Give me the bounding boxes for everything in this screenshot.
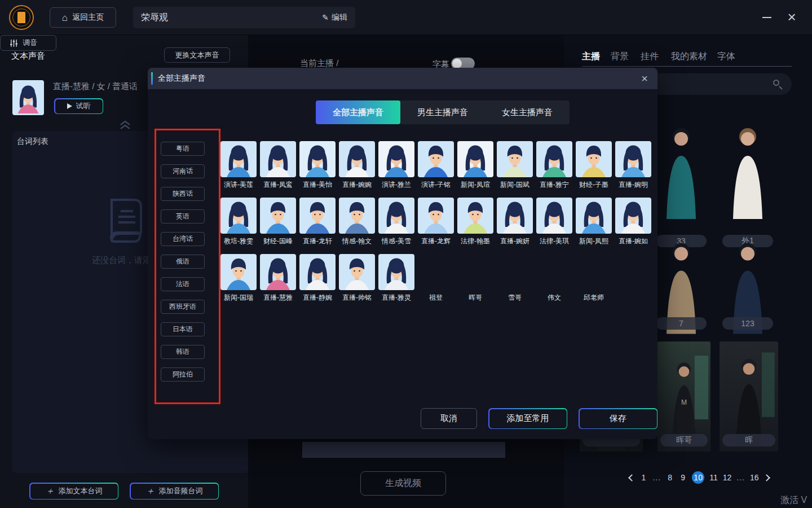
anchor-thumbnail[interactable] — [653, 123, 709, 219]
tab-female-voices[interactable]: 女生主播声音 — [485, 100, 570, 124]
voice-item[interactable]: 祖登 — [416, 254, 456, 310]
page-prev-icon[interactable] — [629, 474, 636, 481]
voice-item[interactable]: 演讲-美莲 — [219, 141, 258, 198]
anchor-thumbnail-label: 晖 — [722, 434, 775, 446]
add-audio-script-button[interactable]: ＋添加音频台词 — [130, 483, 219, 500]
language-filter-button[interactable]: 河南话 — [161, 164, 205, 178]
voice-item[interactable]: 情感-翰文 — [337, 198, 377, 254]
plus-icon: ＋ — [146, 487, 155, 496]
empty-script-icon — [102, 194, 147, 246]
language-filter-button[interactable]: 俄语 — [161, 255, 205, 269]
voice-item[interactable]: 晖哥 — [456, 254, 495, 310]
play-icon — [67, 103, 72, 109]
tab-anchor[interactable]: 主播 — [582, 51, 600, 63]
voice-item[interactable]: 直播-凤鸾 — [258, 141, 298, 198]
voice-item[interactable]: 直播-婉婉 — [337, 141, 377, 198]
voice-item[interactable]: 法律-美琪 — [535, 198, 574, 254]
voice-item[interactable]: 教培-雅雯 — [219, 198, 258, 254]
collapse-chevron-up-icon[interactable] — [118, 120, 132, 130]
tab-all-voices[interactable]: 全部主播声音 — [316, 100, 400, 124]
voice-item[interactable]: 邱老师 — [574, 254, 614, 310]
anchor-thumbnail[interactable] — [720, 123, 776, 219]
page-number[interactable]: 16 — [750, 471, 759, 484]
voice-name: 演讲-美莲 — [219, 180, 258, 190]
language-filter-button[interactable]: 阿拉伯 — [161, 367, 205, 382]
voice-item[interactable]: 直播-雅宁 — [535, 141, 574, 198]
project-title-field[interactable]: 荣辱观 ✎ 编辑 — [133, 7, 355, 28]
voice-item[interactable]: 新闻-国斌 — [495, 141, 535, 198]
tab-fonts[interactable]: 字体 — [717, 51, 735, 63]
voice-item[interactable]: 直播-婉妍 — [495, 198, 535, 254]
voice-name: 情感-翰文 — [337, 237, 377, 246]
modal-close-button[interactable]: × — [637, 71, 652, 86]
voice-item[interactable]: 新闻-凤熙 — [574, 198, 614, 254]
voice-item[interactable]: 情感-美雪 — [377, 198, 416, 254]
voice-name: 直播-雅宁 — [535, 180, 574, 190]
language-filter-button[interactable]: 粤语 — [161, 142, 205, 156]
edit-title-button[interactable]: ✎ 编辑 — [322, 12, 347, 23]
page-number[interactable]: 9 — [679, 471, 687, 484]
voice-item[interactable]: 新闻-国瑞 — [219, 254, 258, 310]
page-number[interactable]: 1 — [639, 471, 647, 484]
back-home-button[interactable]: ⌂ 返回主页 — [50, 7, 116, 28]
voice-item[interactable]: 直播-静婉 — [298, 254, 337, 310]
voice-tabs: 全部主播声音 男生主播声音 女生主播声音 — [316, 100, 570, 124]
voice-item[interactable]: 直播-帅铭 — [337, 254, 377, 310]
voice-item[interactable]: 直播-龙轩 — [298, 198, 337, 254]
current-voice-avatar — [12, 80, 44, 115]
language-filter-button[interactable]: 韩语 — [161, 345, 205, 359]
window-close-button[interactable]: × — [783, 8, 801, 27]
voice-item[interactable]: 新闻-凤瑄 — [456, 141, 495, 198]
voice-item[interactable]: 财经-子墨 — [574, 141, 614, 198]
voice-item[interactable]: 伟文 — [535, 254, 574, 310]
voice-item[interactable]: 演讲-子铭 — [416, 141, 456, 198]
voice-name: 邱老师 — [574, 293, 614, 303]
subtitle-input-bar[interactable] — [302, 442, 505, 458]
language-filter-button[interactable]: 法语 — [161, 277, 205, 291]
search-icon[interactable] — [773, 79, 783, 89]
voice-name: 新闻-国瑞 — [219, 293, 258, 303]
language-filter-button[interactable]: 英语 — [161, 209, 205, 224]
voice-item[interactable]: 演讲-雅兰 — [377, 141, 416, 198]
page-next-icon[interactable] — [763, 474, 770, 481]
activate-link[interactable]: 激活 V — [780, 494, 812, 506]
language-filter-button[interactable]: 西班牙语 — [161, 300, 205, 314]
voice-item[interactable]: 雪哥 — [495, 254, 535, 310]
voice-name: 直播-凤鸾 — [258, 180, 298, 190]
voice-name: 祖登 — [416, 293, 456, 303]
add-text-script-button[interactable]: ＋添加文本台词 — [29, 483, 118, 500]
change-voice-button[interactable]: 更换文本声音 — [164, 47, 230, 63]
preview-voice-button[interactable]: 试听 — [54, 98, 103, 114]
language-filter-button[interactable]: 陕西话 — [161, 187, 205, 201]
cancel-button[interactable]: 取消 — [421, 408, 477, 429]
toggle-knob — [452, 59, 462, 68]
tab-widgets[interactable]: 挂件 — [641, 51, 659, 63]
back-home-label: 返回主页 — [72, 12, 104, 23]
voice-item[interactable]: 直播-婉明 — [614, 141, 653, 198]
page-number[interactable]: 12 — [723, 471, 732, 484]
tab-my-assets[interactable]: 我的素材 — [671, 51, 707, 63]
anchor-thumbnail-label: 晖哥 — [660, 434, 708, 446]
language-filter-button[interactable]: 日本语 — [161, 322, 205, 336]
page-number[interactable]: 11 — [709, 471, 718, 484]
voice-name: 直播-雅灵 — [377, 293, 416, 303]
window-minimize-button[interactable] — [758, 9, 776, 26]
voice-item[interactable]: 法律-翰墨 — [456, 198, 495, 254]
tune-voice-button[interactable]: 调音 — [0, 35, 56, 51]
voice-item[interactable]: 直播-慧雅 — [258, 254, 298, 310]
tab-background[interactable]: 背景 — [611, 51, 629, 63]
voice-item[interactable]: 直播-婉如 — [614, 198, 653, 254]
voice-item[interactable]: 财经-国峰 — [258, 198, 298, 254]
voice-avatar — [260, 254, 296, 290]
page-number[interactable]: 10 — [692, 471, 704, 484]
voice-item[interactable]: 直播-雅灵 — [377, 254, 416, 310]
generate-video-button[interactable]: 生成视频 — [360, 471, 446, 496]
page-number[interactable]: 8 — [666, 471, 674, 484]
voice-item[interactable]: 直播-龙辉 — [416, 198, 456, 254]
add-to-favorites-button[interactable]: 添加至常用 — [488, 408, 567, 429]
language-filter-button[interactable]: 台湾话 — [161, 232, 205, 246]
save-button[interactable]: 保存 — [579, 408, 657, 429]
voice-item[interactable]: 直播-美怡 — [298, 141, 337, 198]
tab-male-voices[interactable]: 男生主播声音 — [400, 100, 485, 124]
empty-script-text: 还没台词，请添 — [92, 255, 151, 266]
